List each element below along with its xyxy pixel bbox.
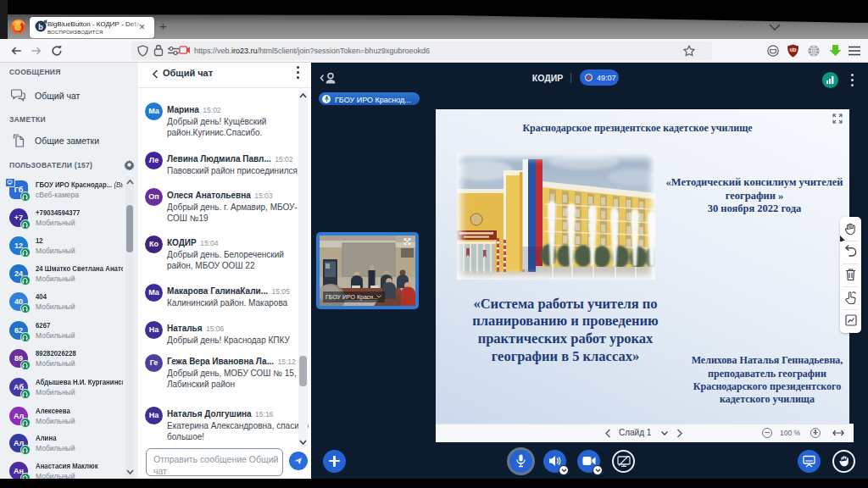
svg-text:ГБОУ ИРО Красн...: ГБОУ ИРО Красн... — [326, 294, 378, 301]
svg-text:UD: UD — [790, 47, 797, 53]
